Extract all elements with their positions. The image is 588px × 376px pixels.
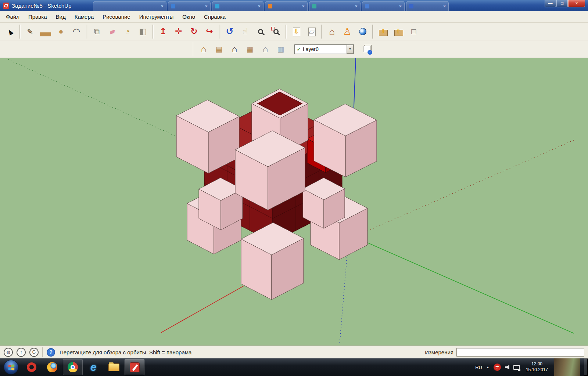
show-desktop-button[interactable] xyxy=(584,358,588,376)
crate-down-arrow-icon: ⇩ xyxy=(380,28,386,35)
rotate-icon: ↻ xyxy=(190,27,197,36)
move-tool-button[interactable]: ✛ xyxy=(171,24,186,39)
model-canvas[interactable] xyxy=(0,58,588,346)
rectangle-tool-button[interactable]: ▬ xyxy=(38,24,53,39)
menu-view[interactable]: Вид xyxy=(51,12,70,22)
tab-favicon-icon xyxy=(312,4,316,8)
network-icon[interactable] xyxy=(513,365,520,370)
sketchup-window: Задание№5 - SketchUp × × × × × × × — □ ×… xyxy=(0,0,588,376)
view-front-button[interactable]: ⌂ xyxy=(227,41,242,57)
orbit-tool-button[interactable]: ↺ xyxy=(222,24,237,39)
taskbar-explorer-button[interactable] xyxy=(104,359,124,375)
top-view-icon: ▤ xyxy=(216,46,223,53)
zoom-extents-button[interactable] xyxy=(268,24,284,39)
menu-edit[interactable]: Правка xyxy=(24,12,51,22)
taskbar-opera-button[interactable] xyxy=(22,359,42,375)
antivirus-tray-icon[interactable]: ☂ xyxy=(494,364,501,371)
view-back-button[interactable]: ⌂ xyxy=(258,41,273,57)
measurements-input[interactable] xyxy=(456,348,584,357)
terrain-icon: ▱ xyxy=(309,28,315,35)
titlebar[interactable]: Задание№5 - SketchUp × × × × × × × — □ × xyxy=(0,0,588,11)
get-models-button[interactable]: ⇩ xyxy=(375,24,391,39)
zoom-tool-button[interactable] xyxy=(253,24,268,39)
push-pull-icon: ↥ xyxy=(159,27,166,36)
left-view-icon: ▥ xyxy=(277,46,284,53)
minimize-button[interactable]: — xyxy=(545,0,556,7)
tab-favicon-icon xyxy=(171,4,175,8)
toggle-terrain-button[interactable]: ▱ xyxy=(304,24,319,39)
figure-icon: ♙ xyxy=(343,27,351,36)
menu-help[interactable]: Справка xyxy=(200,12,230,22)
down-arrow-icon: ⇩ xyxy=(293,28,299,35)
tab-favicon-icon xyxy=(365,4,369,8)
circle-tool-button[interactable]: ● xyxy=(53,24,69,39)
eraser-tool-button[interactable]: ▰ xyxy=(104,24,120,39)
show-hidden-icons-button[interactable]: ▲ xyxy=(486,365,490,369)
photo-textures-button[interactable]: ⌂ xyxy=(324,24,340,39)
sketchup-app-icon xyxy=(3,3,9,9)
toolbar-separator xyxy=(153,25,154,39)
window-controls: — □ × xyxy=(544,0,585,7)
paint-bucket-button[interactable]: ◧ xyxy=(135,24,151,39)
toolbar-separator xyxy=(219,25,220,39)
volume-icon[interactable] xyxy=(505,365,509,369)
push-pull-button[interactable]: ↥ xyxy=(155,24,171,39)
taskbar-sketchup-button[interactable] xyxy=(125,359,144,375)
menu-camera[interactable]: Камера xyxy=(70,12,98,22)
add-location-button[interactable]: ⇩ xyxy=(288,24,304,39)
menu-tools[interactable]: Инструменты xyxy=(135,12,178,22)
taskbar-clock[interactable]: 12:00 15.10.2017 xyxy=(524,361,550,373)
back-house-icon: ⌂ xyxy=(263,45,268,54)
taskbar-firefox-button[interactable] xyxy=(42,359,62,375)
offset-tool-button[interactable]: ↪ xyxy=(202,24,217,39)
claim-model-status-button[interactable]: ↑ xyxy=(17,348,26,357)
layer-dropdown-button[interactable]: ▼ xyxy=(347,45,354,54)
tape-measure-button[interactable]: ◔ xyxy=(120,24,135,39)
taskbar-ie-button[interactable]: e xyxy=(83,359,103,375)
close-button[interactable]: × xyxy=(568,0,585,7)
start-button[interactable] xyxy=(4,360,18,375)
make-component-button[interactable]: ⧉ xyxy=(89,24,104,39)
pan-tool-button[interactable]: ☝ xyxy=(237,24,253,39)
taskbar-chrome-button[interactable] xyxy=(63,359,83,375)
restore-button[interactable]: □ xyxy=(556,0,568,7)
box-icon: □ xyxy=(411,28,416,36)
tab-close-icon: × xyxy=(161,4,164,9)
rotate-tool-button[interactable]: ↻ xyxy=(186,24,202,39)
arc-tool-button[interactable]: ◠ xyxy=(69,24,84,39)
language-indicator[interactable]: RU xyxy=(475,365,482,370)
view-iso-button[interactable]: ⌂ xyxy=(196,41,211,57)
rectangle-icon: ▬ xyxy=(40,25,51,38)
view-left-button[interactable]: ▥ xyxy=(273,41,288,57)
help-button[interactable]: ? xyxy=(47,348,55,357)
menu-file[interactable]: Файл xyxy=(1,12,24,22)
geolocation-status-button[interactable]: ◍ xyxy=(4,348,13,357)
background-tab: × xyxy=(212,1,263,11)
layer-combo[interactable]: ✓ Layer0 ▼ xyxy=(294,44,354,54)
select-tool-button[interactable]: ▲ xyxy=(2,24,18,39)
menu-draw[interactable]: Рисование xyxy=(98,12,135,22)
component-icon: ⧉ xyxy=(94,28,100,36)
internet-explorer-icon: e xyxy=(90,362,97,373)
google-earth-button[interactable] xyxy=(355,24,370,39)
viewport[interactable] xyxy=(0,58,588,346)
layer-check-icon[interactable]: ✓ xyxy=(295,46,303,52)
crate-up-arrow-icon: ⇧ xyxy=(396,28,401,35)
share-models-button[interactable]: ⇧ xyxy=(391,24,406,39)
line-tool-button[interactable]: ✎ xyxy=(22,24,38,39)
menu-window[interactable]: Окно xyxy=(178,12,200,22)
menubar: Файл Правка Вид Камера Рисование Инструм… xyxy=(0,11,588,23)
main-toolbar: ▲ ✎ ▬ ● ◠ ⧉ ▰ ◔ ◧ ↥ ✛ ↻ ↪ ↺ ☝ ⇩ ▱ ⌂ ♙ ⇩ … xyxy=(0,23,588,40)
hand-icon: ☝ xyxy=(243,27,248,36)
layer-manager-button[interactable]: i xyxy=(359,41,374,57)
view-right-button[interactable]: ▦ xyxy=(242,41,258,57)
measurements-label: Измерения xyxy=(425,349,453,355)
credits-status-button[interactable]: G xyxy=(29,348,39,357)
components-window-button[interactable]: □ xyxy=(406,24,422,39)
view-top-button[interactable]: ▤ xyxy=(211,41,227,57)
credits-icon: G xyxy=(32,350,36,355)
position-camera-button[interactable]: ♙ xyxy=(340,24,355,39)
clock-time: 12:00 xyxy=(526,361,548,367)
toolbar-separator xyxy=(321,25,322,39)
chrome-icon xyxy=(68,362,78,372)
